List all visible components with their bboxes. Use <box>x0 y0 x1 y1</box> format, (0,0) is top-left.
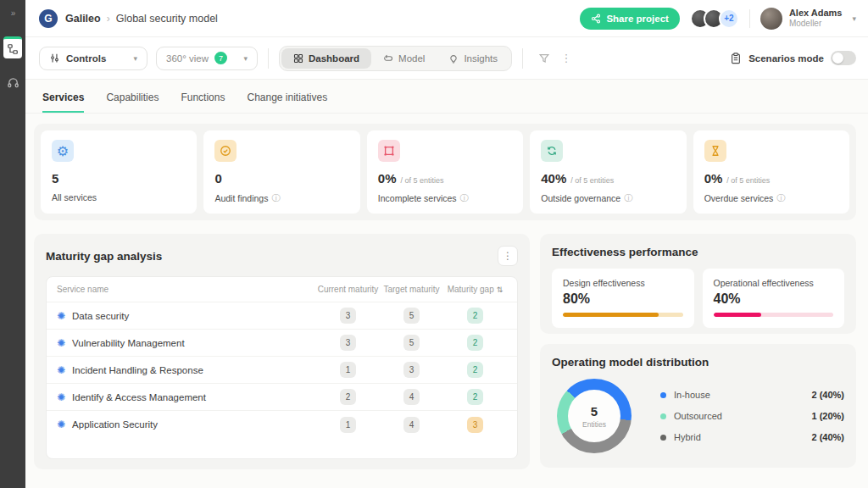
tab-insights[interactable]: Insights <box>437 48 509 69</box>
progress-track <box>563 313 683 317</box>
extra-avatars-badge[interactable]: +2 <box>719 8 739 29</box>
gap-badge: 2 <box>467 362 483 378</box>
toolbar-divider <box>522 48 523 69</box>
table-row[interactable]: ✺Application Security 1 4 3 <box>47 411 517 438</box>
sync-arrows-icon <box>541 140 563 162</box>
share-icon <box>591 14 601 24</box>
controls-dropdown[interactable]: Controls ▾ <box>39 47 147 70</box>
table-header-row: Service name Current maturity Target mat… <box>47 277 517 302</box>
effectiveness-panel-title: Effectiveness performance <box>552 246 844 258</box>
share-project-button[interactable]: Share project <box>580 8 680 30</box>
stat-card-all-services[interactable]: ⚙ 5 All services <box>41 130 197 214</box>
collaborator-avatars[interactable]: +2 <box>690 8 739 29</box>
service-gear-icon: ✺ <box>57 392 65 402</box>
toolbar-divider <box>268 48 269 69</box>
headphones-icon <box>7 76 19 89</box>
view-dropdown[interactable]: 360° view 7 ▾ <box>156 47 258 70</box>
scenarios-mode-label: Scenarios mode <box>748 53 824 64</box>
service-gear-icon: ✺ <box>57 338 65 348</box>
sortable-column[interactable]: Maturity gap⇅ <box>443 285 507 294</box>
hourglass-icon <box>704 140 726 162</box>
donut-center: 5 Entities <box>568 390 620 442</box>
tab-change-initiatives[interactable]: Change initiatives <box>247 92 327 113</box>
tab-capabilities[interactable]: Capabilities <box>106 92 159 113</box>
sliders-icon <box>49 53 60 64</box>
progress-fill <box>714 313 762 317</box>
breadcrumb-brand[interactable]: Galileo <box>65 13 101 25</box>
stat-card-overdue-services[interactable]: 0% / of 5 entities Overdue servicesⓘ <box>693 130 849 214</box>
org-chart-icon <box>7 43 19 55</box>
gap-badge: 2 <box>467 335 483 351</box>
app-window: » G Galileo › Global security <box>0 0 868 488</box>
toolbar: Controls ▾ 360° view 7 ▾ <box>25 37 868 80</box>
sort-icon: ⇅ <box>497 286 504 294</box>
legend-item-outsourced[interactable]: Outsourced 1 (20%) <box>660 411 844 421</box>
maturity-gap-panel: Maturity gap analysis ⋮ Service name Cur… <box>34 234 530 469</box>
info-icon: ⓘ <box>271 192 280 204</box>
stat-card-audit-findings[interactable]: 0 Audit findingsⓘ <box>203 130 359 214</box>
gear-icon: ⚙ <box>52 140 74 162</box>
rail-item-model-navigator[interactable] <box>3 36 22 58</box>
tab-dashboard[interactable]: Dashboard <box>281 48 371 69</box>
service-gear-icon: ✺ <box>57 419 65 430</box>
table-row[interactable]: ✺Identify & Access Management 2 4 2 <box>47 384 517 411</box>
header-divider <box>749 9 750 28</box>
operating-model-panel: Operating model distribution 5 Entities <box>540 344 856 468</box>
dashboard-content: ⚙ 5 All services 0 <box>25 114 868 488</box>
gap-badge: 2 <box>467 308 483 324</box>
more-options-button[interactable]: ⋮ <box>555 47 577 69</box>
maturity-table: Service name Current maturity Target mat… <box>46 276 518 459</box>
donut-legend: In-house 2 (40%) Outsourced 1 (20%) <box>660 390 844 442</box>
operational-effectiveness-card[interactable]: Operational effectiveness 40% <box>703 269 845 328</box>
kebab-icon: ⋮ <box>561 52 572 64</box>
legend-dot <box>660 435 666 441</box>
user-menu[interactable]: Alex Adams Modeller ▾ <box>760 8 856 30</box>
expand-rail-icon[interactable]: » <box>11 8 15 18</box>
stats-row: ⚙ 5 All services 0 <box>34 124 856 220</box>
left-rail: » <box>0 0 25 488</box>
user-avatar <box>760 8 782 30</box>
top-header: G Galileo › Global security model Share … <box>25 0 868 37</box>
clipboard-icon <box>730 53 742 64</box>
table-row[interactable]: ✺Incident Handling & Response 1 3 2 <box>47 357 517 384</box>
breadcrumb-separator: › <box>107 13 110 25</box>
user-name: Alex Adams <box>789 8 843 19</box>
project-logo[interactable]: G <box>39 9 58 28</box>
rail-item-support[interactable] <box>3 72 22 92</box>
view-mode-segmented-control: Dashboard Model <box>279 46 512 71</box>
check-circle-icon <box>214 140 236 162</box>
tab-services[interactable]: Services <box>42 92 84 113</box>
stat-card-outside-governance[interactable]: 40% / of 5 entities Outside governanceⓘ <box>530 130 686 214</box>
chevron-down-icon: ▾ <box>133 54 137 63</box>
gap-badge: 2 <box>467 389 483 405</box>
gap-badge: 3 <box>467 417 483 433</box>
grid-icon <box>293 53 303 64</box>
selection-frame-icon <box>378 140 400 162</box>
design-effectiveness-card[interactable]: Design effectiveness 80% <box>552 269 694 328</box>
effectiveness-panel: Effectiveness performance Design effecti… <box>540 234 856 334</box>
tab-model[interactable]: Model <box>371 48 437 69</box>
chevron-down-icon: ▾ <box>243 54 248 63</box>
info-icon: ⓘ <box>776 192 785 204</box>
table-row[interactable]: ✺Data security 3 5 2 <box>47 302 517 330</box>
breadcrumb-page-title: Global security model <box>116 13 218 25</box>
progress-track <box>714 313 834 317</box>
view-count-badge: 7 <box>214 52 227 64</box>
chevron-down-icon: ▾ <box>852 14 856 23</box>
service-gear-icon: ✺ <box>57 311 65 321</box>
table-row[interactable]: ✺Vulnerability Management 3 5 2 <box>47 330 517 357</box>
legend-item-hybrid[interactable]: Hybrid 2 (40%) <box>660 432 844 442</box>
stat-card-incomplete-services[interactable]: 0% / of 5 entities Incomplete servicesⓘ <box>367 130 523 214</box>
tab-functions[interactable]: Functions <box>181 92 225 113</box>
user-role: Modeller <box>789 19 843 29</box>
filter-button[interactable] <box>533 47 555 69</box>
info-icon: ⓘ <box>624 192 632 204</box>
maturity-panel-title: Maturity gap analysis <box>46 250 162 263</box>
legend-item-in-house[interactable]: In-house 2 (40%) <box>660 390 844 400</box>
entity-tabs: Services Capabilities Functions Change i… <box>25 80 868 114</box>
donut-chart[interactable]: 5 Entities <box>557 379 632 453</box>
legend-dot <box>660 413 666 419</box>
scenarios-mode-toggle[interactable] <box>831 51 856 65</box>
maturity-menu-button[interactable]: ⋮ <box>498 246 518 266</box>
operating-model-title: Operating model distribution <box>552 356 844 369</box>
